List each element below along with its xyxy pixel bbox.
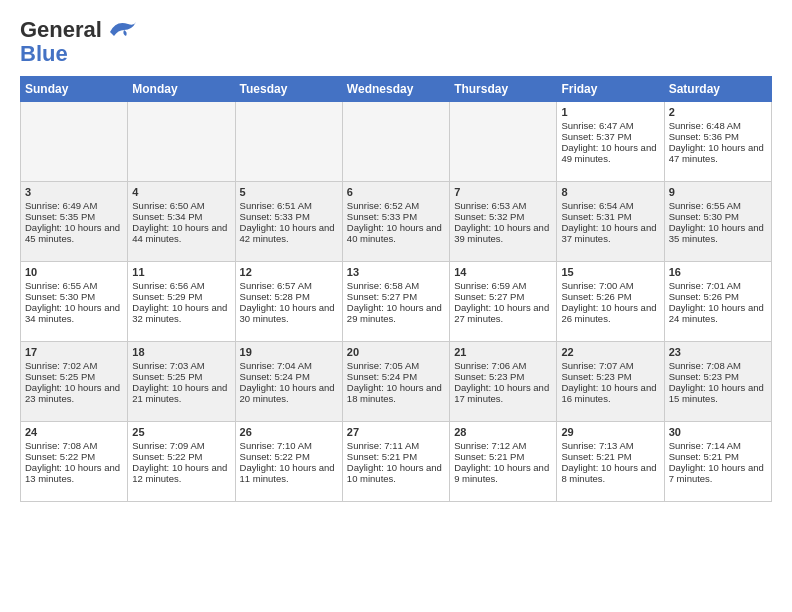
sunrise-text: Sunrise: 7:10 AM — [240, 440, 312, 451]
daylight-text: Daylight: 10 hours and 7 minutes. — [669, 462, 764, 484]
sunrise-text: Sunrise: 6:48 AM — [669, 120, 741, 131]
day-number: 12 — [240, 266, 338, 278]
daylight-text: Daylight: 10 hours and 16 minutes. — [561, 382, 656, 404]
day-number: 11 — [132, 266, 230, 278]
calendar-cell: 21Sunrise: 7:06 AMSunset: 5:23 PMDayligh… — [450, 342, 557, 422]
sunset-text: Sunset: 5:27 PM — [454, 291, 524, 302]
sunset-text: Sunset: 5:28 PM — [240, 291, 310, 302]
day-header-thursday: Thursday — [450, 77, 557, 102]
sunrise-text: Sunrise: 6:50 AM — [132, 200, 204, 211]
header: General Blue — [20, 18, 772, 66]
calendar-cell — [342, 102, 449, 182]
daylight-text: Daylight: 10 hours and 9 minutes. — [454, 462, 549, 484]
sunrise-text: Sunrise: 6:58 AM — [347, 280, 419, 291]
calendar-cell: 23Sunrise: 7:08 AMSunset: 5:23 PMDayligh… — [664, 342, 771, 422]
sunset-text: Sunset: 5:25 PM — [25, 371, 95, 382]
day-number: 8 — [561, 186, 659, 198]
day-number: 28 — [454, 426, 552, 438]
calendar-cell: 13Sunrise: 6:58 AMSunset: 5:27 PMDayligh… — [342, 262, 449, 342]
calendar-cell: 11Sunrise: 6:56 AMSunset: 5:29 PMDayligh… — [128, 262, 235, 342]
day-header-wednesday: Wednesday — [342, 77, 449, 102]
daylight-text: Daylight: 10 hours and 11 minutes. — [240, 462, 335, 484]
day-number: 18 — [132, 346, 230, 358]
calendar-cell: 1Sunrise: 6:47 AMSunset: 5:37 PMDaylight… — [557, 102, 664, 182]
sunset-text: Sunset: 5:22 PM — [25, 451, 95, 462]
sunrise-text: Sunrise: 7:01 AM — [669, 280, 741, 291]
day-number: 2 — [669, 106, 767, 118]
sunrise-text: Sunrise: 6:55 AM — [669, 200, 741, 211]
sunrise-text: Sunrise: 7:03 AM — [132, 360, 204, 371]
sunrise-text: Sunrise: 7:05 AM — [347, 360, 419, 371]
day-number: 3 — [25, 186, 123, 198]
day-number: 21 — [454, 346, 552, 358]
daylight-text: Daylight: 10 hours and 30 minutes. — [240, 302, 335, 324]
daylight-text: Daylight: 10 hours and 8 minutes. — [561, 462, 656, 484]
sunset-text: Sunset: 5:35 PM — [25, 211, 95, 222]
sunrise-text: Sunrise: 7:08 AM — [25, 440, 97, 451]
daylight-text: Daylight: 10 hours and 24 minutes. — [669, 302, 764, 324]
daylight-text: Daylight: 10 hours and 32 minutes. — [132, 302, 227, 324]
daylight-text: Daylight: 10 hours and 49 minutes. — [561, 142, 656, 164]
calendar-cell: 30Sunrise: 7:14 AMSunset: 5:21 PMDayligh… — [664, 422, 771, 502]
sunrise-text: Sunrise: 7:11 AM — [347, 440, 419, 451]
sunrise-text: Sunrise: 6:47 AM — [561, 120, 633, 131]
daylight-text: Daylight: 10 hours and 45 minutes. — [25, 222, 120, 244]
sunrise-text: Sunrise: 6:49 AM — [25, 200, 97, 211]
sunset-text: Sunset: 5:24 PM — [347, 371, 417, 382]
day-header-saturday: Saturday — [664, 77, 771, 102]
day-number: 19 — [240, 346, 338, 358]
calendar-cell: 4Sunrise: 6:50 AMSunset: 5:34 PMDaylight… — [128, 182, 235, 262]
calendar-cell: 3Sunrise: 6:49 AMSunset: 5:35 PMDaylight… — [21, 182, 128, 262]
day-number: 9 — [669, 186, 767, 198]
day-number: 29 — [561, 426, 659, 438]
calendar-cell: 14Sunrise: 6:59 AMSunset: 5:27 PMDayligh… — [450, 262, 557, 342]
day-number: 14 — [454, 266, 552, 278]
sunset-text: Sunset: 5:26 PM — [669, 291, 739, 302]
calendar-cell: 19Sunrise: 7:04 AMSunset: 5:24 PMDayligh… — [235, 342, 342, 422]
sunrise-text: Sunrise: 6:57 AM — [240, 280, 312, 291]
sunset-text: Sunset: 5:37 PM — [561, 131, 631, 142]
sunrise-text: Sunrise: 7:12 AM — [454, 440, 526, 451]
sunrise-text: Sunrise: 7:14 AM — [669, 440, 741, 451]
daylight-text: Daylight: 10 hours and 20 minutes. — [240, 382, 335, 404]
calendar-cell: 25Sunrise: 7:09 AMSunset: 5:22 PMDayligh… — [128, 422, 235, 502]
calendar-cell: 20Sunrise: 7:05 AMSunset: 5:24 PMDayligh… — [342, 342, 449, 422]
day-number: 10 — [25, 266, 123, 278]
sunrise-text: Sunrise: 6:52 AM — [347, 200, 419, 211]
sunset-text: Sunset: 5:34 PM — [132, 211, 202, 222]
calendar-cell: 28Sunrise: 7:12 AMSunset: 5:21 PMDayligh… — [450, 422, 557, 502]
calendar-cell: 2Sunrise: 6:48 AMSunset: 5:36 PMDaylight… — [664, 102, 771, 182]
day-number: 4 — [132, 186, 230, 198]
sunrise-text: Sunrise: 6:56 AM — [132, 280, 204, 291]
calendar-cell: 27Sunrise: 7:11 AMSunset: 5:21 PMDayligh… — [342, 422, 449, 502]
daylight-text: Daylight: 10 hours and 39 minutes. — [454, 222, 549, 244]
daylight-text: Daylight: 10 hours and 15 minutes. — [669, 382, 764, 404]
week-row: 24Sunrise: 7:08 AMSunset: 5:22 PMDayligh… — [21, 422, 772, 502]
calendar-cell: 22Sunrise: 7:07 AMSunset: 5:23 PMDayligh… — [557, 342, 664, 422]
daylight-text: Daylight: 10 hours and 23 minutes. — [25, 382, 120, 404]
logo: General Blue — [20, 18, 138, 66]
daylight-text: Daylight: 10 hours and 44 minutes. — [132, 222, 227, 244]
sunrise-text: Sunrise: 7:02 AM — [25, 360, 97, 371]
day-number: 15 — [561, 266, 659, 278]
sunset-text: Sunset: 5:26 PM — [561, 291, 631, 302]
calendar-cell — [235, 102, 342, 182]
day-number: 7 — [454, 186, 552, 198]
calendar-cell: 26Sunrise: 7:10 AMSunset: 5:22 PMDayligh… — [235, 422, 342, 502]
daylight-text: Daylight: 10 hours and 29 minutes. — [347, 302, 442, 324]
week-row: 10Sunrise: 6:55 AMSunset: 5:30 PMDayligh… — [21, 262, 772, 342]
header-row: SundayMondayTuesdayWednesdayThursdayFrid… — [21, 77, 772, 102]
sunset-text: Sunset: 5:36 PM — [669, 131, 739, 142]
calendar-cell: 24Sunrise: 7:08 AMSunset: 5:22 PMDayligh… — [21, 422, 128, 502]
sunset-text: Sunset: 5:23 PM — [454, 371, 524, 382]
sunrise-text: Sunrise: 6:59 AM — [454, 280, 526, 291]
day-number: 5 — [240, 186, 338, 198]
sunset-text: Sunset: 5:22 PM — [240, 451, 310, 462]
sunset-text: Sunset: 5:21 PM — [454, 451, 524, 462]
daylight-text: Daylight: 10 hours and 37 minutes. — [561, 222, 656, 244]
day-number: 6 — [347, 186, 445, 198]
sunset-text: Sunset: 5:29 PM — [132, 291, 202, 302]
day-number: 1 — [561, 106, 659, 118]
day-header-tuesday: Tuesday — [235, 77, 342, 102]
day-number: 26 — [240, 426, 338, 438]
